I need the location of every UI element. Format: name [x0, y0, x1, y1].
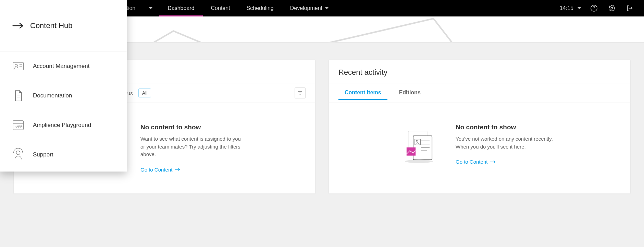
arrow-right-icon — [490, 160, 496, 164]
svg-point-1 — [594, 10, 594, 10]
nav-content[interactable]: Content — [203, 0, 238, 16]
drawer-item-playground[interactable]: <API/> Amplience Playground — [0, 110, 127, 140]
filter-icon — [297, 90, 303, 96]
help-button[interactable] — [586, 0, 602, 16]
svg-point-2 — [611, 7, 613, 9]
drawer-list: Account Management Documentation <API/> … — [0, 51, 127, 169]
tab-editions[interactable]: Editions — [393, 86, 427, 100]
api-window-icon: <API/> — [12, 119, 25, 132]
chevron-down-icon — [149, 7, 152, 9]
drawer-item-account[interactable]: Account Management — [0, 51, 127, 81]
clock-time: 14:15 — [560, 5, 573, 11]
card-title: Recent activity — [329, 60, 630, 83]
primary-nav: Dashboard Content Scheduling Development — [159, 0, 337, 16]
status-filter-pill[interactable]: All — [138, 89, 151, 97]
empty-body: You've not worked on any content recentl… — [456, 135, 558, 151]
svg-point-40 — [416, 140, 418, 142]
status-value: All — [142, 90, 148, 96]
arrow-right-icon — [12, 22, 24, 29]
document-icon — [12, 89, 25, 102]
chevron-down-icon — [578, 7, 581, 9]
recent-tabs: Content items Editions — [329, 83, 630, 103]
svg-point-46 — [15, 64, 18, 67]
nav-label: Development — [290, 5, 322, 11]
go-to-content-link[interactable]: Go to Content — [456, 159, 496, 165]
nav-label: Content — [211, 5, 230, 11]
recent-activity-card: Recent activity Content items Editions — [329, 60, 630, 193]
svg-point-55 — [16, 151, 20, 155]
drawer-item-label: Amplience Playground — [33, 122, 91, 129]
documents-image-icon — [401, 124, 442, 165]
drawer-item-documentation[interactable]: Documentation — [0, 81, 127, 110]
nav-scheduling[interactable]: Scheduling — [238, 0, 282, 16]
drawer-item-support[interactable]: Support — [0, 140, 127, 169]
nav-label: Dashboard — [168, 5, 194, 11]
drawer-title: Content Hub — [30, 21, 73, 30]
drawer-item-label: Account Management — [33, 63, 89, 70]
empty-heading: No content to show — [140, 124, 243, 131]
settings-button[interactable] — [604, 0, 619, 16]
nav-development[interactable]: Development — [282, 0, 337, 16]
svg-marker-17 — [272, 19, 520, 43]
drawer-header[interactable]: Content Hub — [0, 0, 127, 51]
recent-empty-state: No content to show You've not worked on … — [329, 103, 630, 193]
support-icon — [12, 148, 25, 161]
link-label: Go to Content — [140, 167, 172, 173]
drawer-item-label: Support — [33, 151, 53, 158]
filter-button[interactable] — [295, 87, 306, 98]
logout-button[interactable] — [622, 0, 637, 16]
logout-icon — [626, 4, 633, 12]
help-icon — [590, 4, 598, 12]
clock-selector[interactable]: 14:15 — [557, 5, 584, 11]
go-to-content-link[interactable]: Go to Content — [140, 167, 181, 173]
arrow-right-icon — [175, 168, 181, 171]
svg-point-41 — [405, 160, 433, 163]
empty-body: Want to see what content is assigned to … — [140, 135, 243, 158]
svg-rect-34 — [413, 136, 432, 160]
link-label: Go to Content — [456, 159, 487, 165]
tab-content-items[interactable]: Content items — [338, 86, 387, 100]
empty-heading: No content to show — [456, 124, 558, 131]
nav-dashboard[interactable]: Dashboard — [159, 0, 202, 16]
svg-text:<API/>: <API/> — [15, 125, 24, 128]
id-card-icon — [12, 60, 25, 73]
gear-icon — [608, 4, 616, 12]
chevron-down-icon — [325, 7, 329, 9]
drawer-item-label: Documentation — [33, 92, 72, 99]
nav-label: Scheduling — [247, 5, 274, 11]
apps-drawer: Content Hub Account Management Documenta… — [0, 0, 127, 172]
